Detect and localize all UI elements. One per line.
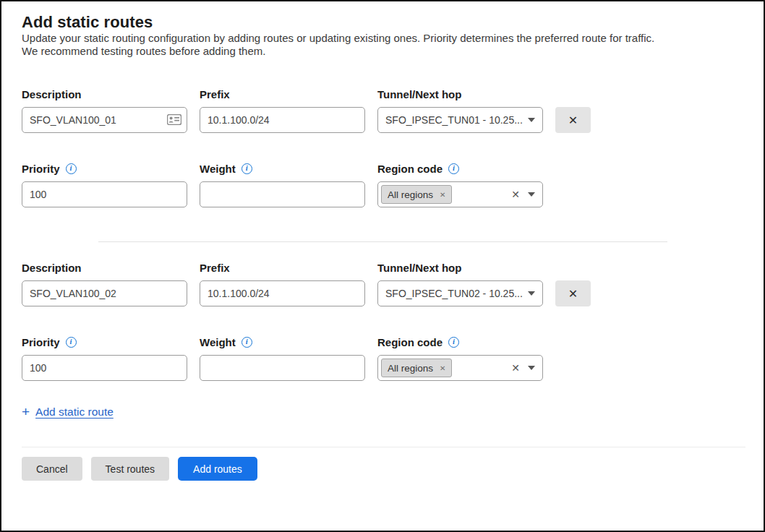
description-label: Description [22, 261, 187, 275]
info-icon[interactable]: i [242, 337, 252, 348]
priority-input[interactable] [22, 181, 187, 207]
test-routes-button[interactable]: Test routes [91, 457, 169, 481]
cancel-button[interactable]: Cancel [22, 457, 82, 481]
info-icon[interactable]: i [448, 337, 459, 348]
region-select[interactable]: All regions ✕ ✕ [377, 355, 543, 381]
page-title: Add static routes [22, 12, 743, 32]
info-icon[interactable]: i [448, 163, 459, 174]
priority-label: Priority [22, 336, 60, 348]
contact-card-icon[interactable] [167, 114, 181, 125]
tag-remove-icon[interactable]: ✕ [440, 191, 445, 199]
add-static-route-link[interactable]: + Add static route [22, 405, 114, 419]
tunnel-select-value: SFO_IPSEC_TUN02 - 10.25... [385, 288, 523, 299]
footer-divider [22, 447, 745, 447]
description-input[interactable] [22, 107, 187, 133]
tunnel-select[interactable]: SFO_IPSEC_TUN02 - 10.25... [377, 280, 543, 306]
region-tag-label: All regions [388, 189, 433, 200]
caret-down-icon [528, 118, 535, 122]
plus-icon: + [22, 405, 30, 419]
region-label: Region code [377, 163, 443, 175]
weight-input[interactable] [200, 181, 365, 207]
clear-icon[interactable]: ✕ [508, 362, 523, 374]
route-entry-2: Description Prefix Tunnel/Next hop SFO_I… [22, 261, 743, 381]
prefix-label: Prefix [200, 261, 365, 275]
weight-label: Weight [200, 163, 236, 175]
region-tag: All regions ✕ [381, 359, 452, 377]
add-routes-button[interactable]: Add routes [178, 457, 257, 481]
remove-route-button[interactable]: ✕ [555, 107, 591, 133]
caret-down-icon [528, 366, 535, 370]
tunnel-select-value: SFO_IPSEC_TUN01 - 10.25... [385, 114, 523, 126]
tunnel-label: Tunnel/Next hop [377, 261, 543, 275]
info-icon[interactable]: i [242, 163, 252, 174]
footer-buttons: Cancel Test routes Add routes [22, 457, 743, 481]
region-label: Region code [377, 336, 443, 348]
remove-route-button[interactable]: ✕ [555, 280, 591, 306]
clear-icon[interactable]: ✕ [508, 189, 523, 200]
region-tag-label: All regions [388, 363, 433, 374]
caret-down-icon [528, 192, 535, 197]
add-static-route-label: Add static route [35, 406, 114, 419]
info-icon[interactable]: i [66, 163, 77, 174]
tunnel-label: Tunnel/Next hop [377, 87, 543, 101]
weight-label: Weight [200, 336, 236, 348]
priority-label: Priority [22, 163, 60, 175]
caret-down-icon [528, 291, 535, 296]
add-static-routes-dialog: Add static routes Update your static rou… [0, 0, 765, 532]
description-label: Description [22, 87, 187, 101]
entry-divider [98, 241, 667, 242]
tunnel-select[interactable]: SFO_IPSEC_TUN01 - 10.25... [377, 107, 543, 133]
description-input[interactable] [22, 280, 187, 306]
route-entry-1: Description [22, 87, 743, 207]
intro-text-2: We recommend testing routes before addin… [22, 45, 743, 58]
info-icon[interactable]: i [66, 337, 77, 348]
tag-remove-icon[interactable]: ✕ [440, 364, 445, 372]
weight-input[interactable] [200, 355, 365, 381]
intro-text-1: Update your static routing configuration… [22, 32, 743, 45]
region-tag: All regions ✕ [381, 185, 452, 204]
prefix-label: Prefix [200, 87, 365, 101]
priority-input[interactable] [22, 355, 187, 381]
prefix-input[interactable] [200, 280, 365, 306]
prefix-input[interactable] [200, 107, 365, 133]
region-select[interactable]: All regions ✕ ✕ [377, 181, 543, 207]
